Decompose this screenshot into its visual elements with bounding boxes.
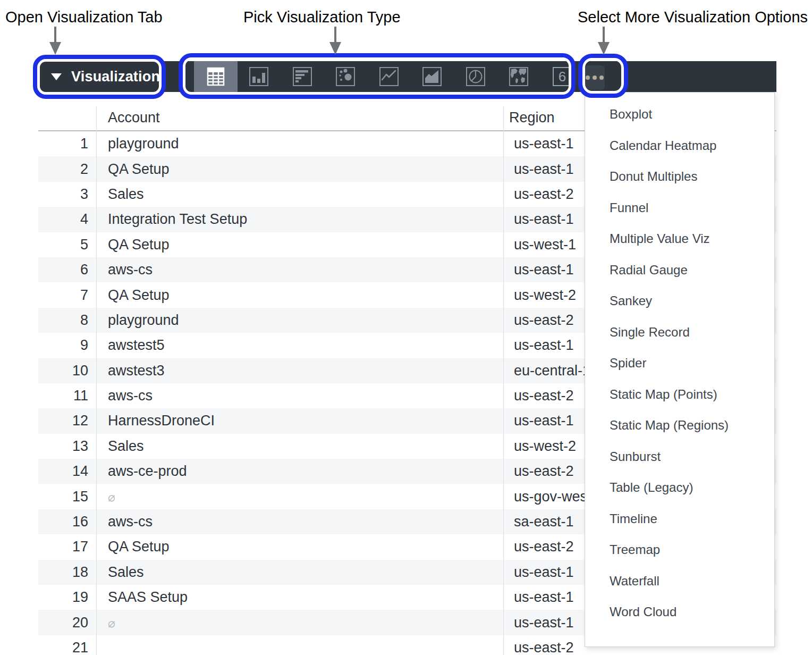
menu-item-single-record[interactable]: Single Record bbox=[585, 317, 774, 348]
annotation-pick-visualization-type: Pick Visualization Type bbox=[243, 9, 401, 26]
row-number: 8 bbox=[38, 312, 96, 329]
cell-account[interactable]: ⌀ bbox=[96, 489, 503, 505]
row-number: 18 bbox=[38, 564, 96, 581]
column-header-region[interactable]: Region bbox=[509, 110, 555, 126]
ellipsis-icon bbox=[586, 75, 590, 80]
menu-item-sankey[interactable]: Sankey bbox=[585, 285, 774, 317]
bar-chart-icon[interactable] bbox=[292, 66, 312, 87]
cell-account[interactable]: Sales bbox=[96, 438, 503, 455]
cell-account[interactable]: QA Setup bbox=[96, 161, 503, 178]
null-value-icon: ⌀ bbox=[108, 616, 115, 630]
area-chart-icon[interactable] bbox=[422, 66, 442, 87]
cell-account[interactable]: aws-cs bbox=[96, 262, 503, 278]
cell-account[interactable]: ⌀ bbox=[96, 615, 503, 631]
row-number: 12 bbox=[38, 413, 96, 429]
row-number: 15 bbox=[38, 489, 96, 505]
menu-item-spider[interactable]: Spider bbox=[585, 348, 774, 379]
row-number: 4 bbox=[38, 211, 96, 228]
chevron-down-icon bbox=[51, 73, 62, 80]
annotation-select-more-options: Select More Visualization Options bbox=[578, 9, 808, 26]
visualization-toolbar: Visualization bbox=[38, 61, 776, 92]
cell-account[interactable]: playground bbox=[96, 136, 503, 152]
menu-item-multiple-value-viz[interactable]: Multiple Value Viz bbox=[585, 223, 774, 255]
more-visualizations-menu: BoxplotCalendar HeatmapDonut MultiplesFu… bbox=[585, 92, 775, 647]
menu-item-waterfall[interactable]: Waterfall bbox=[585, 566, 774, 597]
row-number: 11 bbox=[38, 388, 96, 404]
more-options-button[interactable] bbox=[585, 65, 605, 90]
visualization-tab[interactable]: Visualization bbox=[38, 61, 160, 92]
row-number: 16 bbox=[38, 514, 96, 530]
row-number: 21 bbox=[38, 640, 96, 655]
cell-account[interactable]: QA Setup bbox=[96, 237, 503, 253]
annotation-open-visualization-tab: Open Visualization Tab bbox=[5, 9, 163, 26]
menu-item-funnel[interactable]: Funnel bbox=[585, 192, 774, 224]
menu-item-table-legacy[interactable]: Table (Legacy) bbox=[585, 472, 774, 503]
menu-item-radial-gauge[interactable]: Radial Gauge bbox=[585, 255, 774, 286]
cell-account[interactable]: aws-ce-prod bbox=[96, 463, 503, 480]
cell-account[interactable]: SAAS Setup bbox=[96, 589, 503, 606]
row-number: 17 bbox=[38, 539, 96, 555]
cell-account[interactable]: QA Setup bbox=[96, 539, 503, 555]
row-number: 10 bbox=[38, 363, 96, 379]
menu-item-calendar-heatmap[interactable]: Calendar Heatmap bbox=[585, 130, 774, 162]
row-number: 9 bbox=[38, 337, 96, 354]
row-number-separator bbox=[96, 106, 97, 655]
cell-account[interactable]: Sales bbox=[96, 186, 503, 203]
row-number: 14 bbox=[38, 463, 96, 480]
row-number: 2 bbox=[38, 161, 96, 178]
row-number: 6 bbox=[38, 262, 96, 278]
menu-item-static-map-regions[interactable]: Static Map (Regions) bbox=[585, 410, 774, 441]
visualization-tab-label: Visualization bbox=[71, 69, 160, 85]
region-column-separator bbox=[503, 106, 504, 655]
cell-account[interactable]: awstest5 bbox=[96, 337, 503, 354]
row-number: 13 bbox=[38, 438, 96, 455]
row-number: 3 bbox=[38, 186, 96, 203]
cell-account[interactable]: Integration Test Setup bbox=[96, 211, 503, 228]
menu-item-timeline[interactable]: Timeline bbox=[585, 503, 774, 535]
menu-item-static-map-points[interactable]: Static Map (Points) bbox=[585, 379, 774, 410]
row-number: 7 bbox=[38, 287, 96, 304]
menu-item-treemap[interactable]: Treemap bbox=[585, 534, 774, 566]
choropleth-map-icon[interactable] bbox=[509, 66, 529, 87]
menu-item-word-cloud[interactable]: Word Cloud bbox=[585, 597, 774, 628]
line-chart-icon[interactable] bbox=[379, 66, 399, 87]
page: { "annotations": { "open_tab": "Open Vis… bbox=[0, 0, 812, 655]
cell-account[interactable]: Sales bbox=[96, 564, 503, 581]
cell-account[interactable]: playground bbox=[96, 312, 503, 329]
svg-text:6: 6 bbox=[559, 69, 566, 85]
cell-account[interactable]: awstest3 bbox=[96, 363, 503, 379]
row-number: 20 bbox=[38, 615, 96, 631]
single-value-icon[interactable]: 6 bbox=[552, 66, 572, 87]
column-chart-icon[interactable] bbox=[249, 66, 269, 87]
cell-account[interactable]: aws-cs bbox=[96, 388, 503, 404]
cell-account[interactable]: QA Setup bbox=[96, 287, 503, 304]
menu-item-donut-multiples[interactable]: Donut Multiples bbox=[585, 161, 774, 192]
menu-item-boxplot[interactable]: Boxplot bbox=[585, 99, 774, 130]
row-number: 5 bbox=[38, 237, 96, 253]
column-header-account[interactable]: Account bbox=[108, 110, 160, 126]
scatter-chart-icon[interactable] bbox=[335, 66, 356, 87]
null-value-icon: ⌀ bbox=[108, 490, 115, 504]
cell-account[interactable]: aws-cs bbox=[96, 514, 503, 530]
pie-chart-icon[interactable] bbox=[466, 66, 486, 87]
menu-item-sunburst[interactable]: Sunburst bbox=[585, 441, 774, 473]
cell-account[interactable]: HarnessDroneCI bbox=[96, 413, 503, 429]
row-number: 19 bbox=[38, 589, 96, 606]
row-number: 1 bbox=[38, 136, 96, 152]
table-icon[interactable] bbox=[206, 66, 226, 87]
